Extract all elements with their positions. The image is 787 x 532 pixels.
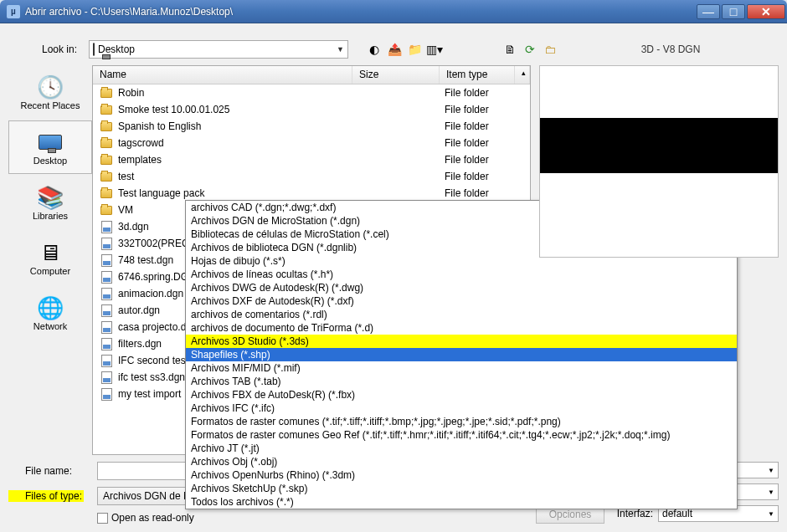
top-toolbar: Look in: Desktop ▼ ◐ 📤 📁 ▥▾ 🗎 ⟳ 🗀 3D - V… [8, 40, 779, 59]
folder-icon [100, 86, 113, 100]
checkbox-icon [97, 513, 108, 524]
filetype-option[interactable]: Archivos FBX de AutoDesk(R) (*.fbx) [186, 388, 737, 402]
dgn-file-icon [100, 337, 113, 350]
filetype-option[interactable]: Archivos Obj (*.obj) [186, 455, 737, 468]
place-libraries[interactable]: 📚 Libraries [8, 176, 92, 229]
window-title: Abrir archivo - C:\Users\Maria.Munoz\Des… [25, 6, 695, 18]
folder-icon [100, 103, 113, 116]
place-network[interactable]: 🌐 Network [8, 286, 92, 340]
interfaz-label: Interfaz: [613, 508, 658, 519]
refresh-icon[interactable]: ⟳ [522, 42, 538, 57]
filetype-option[interactable]: Formatos de raster comunes (*.tif;*.tiff… [186, 415, 737, 428]
chevron-down-icon: ▼ [768, 510, 774, 518]
file-list: Name Size Item type ▴ RobinFile folderSm… [92, 65, 531, 455]
folder-row[interactable]: templatesFile folder [93, 151, 530, 168]
dgn-file-icon [100, 287, 113, 300]
place-computer[interactable]: 🖥 Computer [8, 231, 92, 284]
new-folder-icon[interactable]: 📁 [407, 42, 422, 57]
folder-icon [100, 187, 113, 200]
folder-icon [100, 170, 113, 183]
folder-row[interactable]: Spanish to EnglishFile folder [93, 118, 530, 135]
folder-row[interactable]: Test language packFile folder [93, 185, 530, 202]
map-icon[interactable]: 🗀 [543, 42, 558, 57]
filetype-label: Files of type: [8, 490, 84, 502]
up-icon[interactable]: 📤 [387, 42, 402, 57]
folder-icon [100, 153, 113, 166]
filetype-option[interactable]: Formatos de raster comunes Geo Ref (*.ti… [186, 428, 737, 442]
folder-row[interactable]: tagscrowdFile folder [93, 135, 530, 151]
filetype-option[interactable]: Archivos OpenNurbs (Rhino) (*.3dm) [186, 468, 737, 482]
filetype-option[interactable]: Todos los archivos (*.*) [186, 495, 737, 509]
place-recent[interactable]: 🕓 Recent Places [8, 65, 92, 119]
filetype-option[interactable]: Archivos DXF de Autodesk(R) (*.dxf) [186, 294, 737, 308]
minimize-button[interactable]: — [697, 4, 720, 19]
filetype-option[interactable]: archivos de comentarios (*.rdl) [186, 308, 737, 321]
folder-row[interactable]: testFile folder [93, 168, 530, 185]
window-body: Look in: Desktop ▼ ◐ 📤 📁 ▥▾ 🗎 ⟳ 🗀 3D - V… [0, 23, 787, 532]
folder-icon [100, 120, 113, 133]
dgn-file-icon [100, 253, 113, 267]
column-name[interactable]: Name [93, 66, 352, 84]
sort-indicator-icon[interactable]: ▴ [515, 66, 530, 84]
dgn-file-icon [100, 371, 113, 384]
dgn-file-icon [100, 270, 113, 284]
dgn-file-icon [100, 354, 113, 367]
filetype-option[interactable]: Archivos IFC (*.ifc) [186, 402, 737, 415]
lookin-combo[interactable]: Desktop ▼ [89, 40, 348, 59]
filetype-option[interactable]: Archivo JT (*.jt) [186, 442, 737, 455]
readonly-checkbox[interactable]: Open as read-only [97, 512, 536, 524]
filetype-option[interactable]: Archivos TAB (*.tab) [186, 375, 737, 388]
preview-canvas [539, 65, 779, 258]
network-icon: 🌐 [37, 294, 64, 321]
dgn-file-icon [100, 237, 113, 250]
column-type[interactable]: Item type [440, 66, 515, 84]
place-desktop[interactable]: Desktop [8, 120, 92, 174]
filetype-option[interactable]: Archivos SketchUp (*.skp) [186, 482, 737, 495]
preview-content [540, 118, 778, 173]
chevron-down-icon: ▼ [768, 489, 774, 496]
folder-row[interactable]: Smoke test 10.00.01.025File folder [93, 101, 530, 118]
filetype-option[interactable]: Archivos DWG de Autodesk(R) (*.dwg) [186, 281, 737, 294]
chevron-down-icon: ▼ [768, 467, 774, 474]
dgn-file-icon [100, 320, 113, 334]
filetype-option[interactable]: Shapefiles (*.shp) [186, 348, 737, 361]
maximize-button[interactable]: □ [722, 4, 745, 19]
close-button[interactable]: ✕ [747, 4, 785, 19]
dgn-file-icon [100, 304, 113, 317]
dgn-file-icon [100, 220, 113, 233]
filename-label: File name: [8, 465, 84, 477]
filetype-option[interactable]: Archivos 3D Studio (*.3ds) [186, 335, 737, 348]
app-icon: µ [7, 5, 20, 18]
filetype-option[interactable]: Archivos MIF/MID (*.mif) [186, 361, 737, 375]
places-sidebar: 🕓 Recent Places Desktop 📚 Libraries 🖥 Co… [8, 65, 92, 455]
lookin-value: Desktop [98, 43, 135, 55]
desktop-icon [93, 43, 95, 55]
desktop-icon [37, 129, 64, 156]
computer-icon: 🖥 [37, 239, 64, 266]
lookin-label: Look in: [8, 43, 84, 55]
libraries-icon: 📚 [37, 184, 64, 211]
doc-icon[interactable]: 🗎 [502, 42, 517, 57]
folder-icon [100, 136, 113, 150]
folder-icon [100, 203, 113, 217]
views-icon[interactable]: ▥▾ [427, 42, 442, 57]
filetype-option[interactable]: Archivos de líneas ocultas (*.h*) [186, 268, 737, 281]
folder-row[interactable]: RobinFile folder [93, 84, 530, 101]
column-headers[interactable]: Name Size Item type ▴ [93, 66, 530, 84]
chevron-down-icon: ▼ [337, 45, 344, 54]
dgn-file-icon [100, 387, 113, 401]
filetype-option[interactable]: archivos de documento de TriForma (*.d) [186, 321, 737, 335]
titlebar: µ Abrir archivo - C:\Users\Maria.Munoz\D… [0, 0, 787, 23]
back-icon[interactable]: ◐ [367, 42, 382, 57]
column-size[interactable]: Size [352, 66, 440, 84]
recent-icon: 🕓 [37, 74, 64, 100]
preview-title: 3D - V8 DGN [563, 43, 779, 55]
